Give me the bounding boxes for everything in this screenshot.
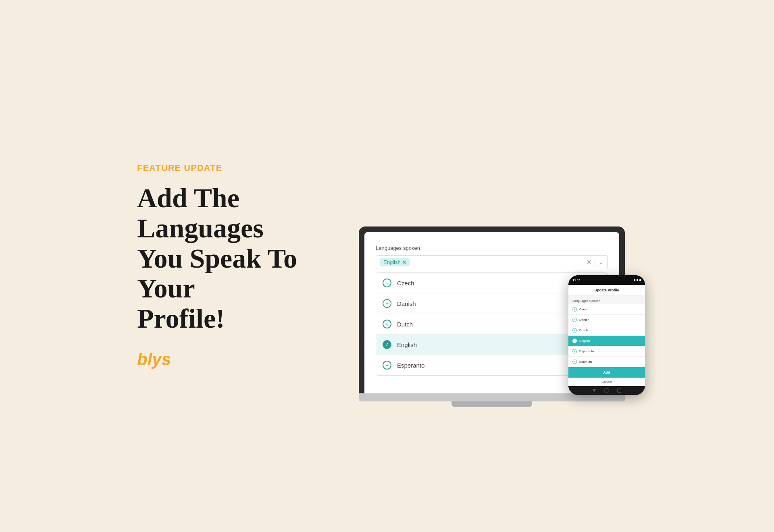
phone-english-label: English — [579, 339, 590, 343]
add-czech-icon: + — [383, 278, 391, 287]
clear-icon[interactable]: ✕ — [586, 258, 591, 266]
phone-section-title: Languages Spoken — [568, 296, 645, 304]
phone-dutch-label: Dutch — [579, 328, 588, 332]
phone-time: 11:11 — [572, 278, 580, 282]
phone-add-button[interactable]: Add — [568, 367, 645, 378]
search-bar-controls: ✕ ⌄ — [586, 258, 603, 266]
headline-line3: Profile! — [137, 303, 225, 334]
phone-mockup: 11:11 Update Profile Languages Spoken — [568, 275, 645, 395]
battery-icon — [639, 279, 641, 281]
headline: Add The Languages You Speak To Your Prof… — [137, 183, 306, 334]
phone-add-czech-icon: + — [572, 307, 577, 312]
phone-estonian-label: Estonian — [579, 360, 592, 364]
phone-status-icons — [634, 279, 641, 281]
feature-update-label: FEATURE UPDATE — [137, 163, 306, 173]
add-dutch-icon: + — [383, 320, 391, 328]
home-nav-icon[interactable] — [604, 388, 609, 393]
recents-nav-icon[interactable] — [617, 389, 621, 393]
phone-item-czech[interactable]: + Czech — [568, 304, 645, 315]
phone-check-english-icon: ✓ — [572, 339, 577, 343]
dutch-label: Dutch — [397, 321, 413, 328]
phone-header: Update Profile — [568, 285, 645, 296]
right-panel: Languages spoken English ✕ ✕ — [347, 125, 637, 407]
phone-status-bar: 11:11 — [568, 275, 645, 285]
phone-esperanto-label: Esperanto — [579, 349, 594, 353]
english-tag-text: English — [383, 259, 401, 265]
headline-line2: You Speak To Your — [137, 243, 297, 304]
wifi-icon — [637, 279, 638, 281]
phone-czech-label: Czech — [579, 308, 589, 311]
signal-icon — [634, 279, 635, 281]
left-panel: FEATURE UPDATE Add The Languages You Spe… — [137, 163, 306, 369]
phone-danish-label: Danish — [579, 318, 589, 322]
phone-item-estonian[interactable]: + Estonian — [568, 357, 645, 367]
phone-item-english[interactable]: ✓ English — [568, 336, 645, 346]
english-tag-close[interactable]: ✕ — [402, 260, 406, 265]
add-esperanto-icon: + — [383, 361, 391, 370]
check-english-icon: ✓ — [383, 340, 391, 349]
phone-add-esperanto-icon: + — [572, 349, 577, 353]
english-tag[interactable]: English ✕ — [380, 258, 410, 266]
english-label: English — [397, 341, 417, 348]
chevron-down-icon[interactable]: ⌄ — [598, 258, 603, 266]
phone-cancel-button[interactable]: Cancel — [568, 378, 645, 386]
phone-item-dutch[interactable]: + Dutch — [568, 325, 645, 336]
czech-label: Czech — [397, 280, 414, 287]
back-nav-icon[interactable] — [592, 389, 596, 392]
language-search-bar[interactable]: English ✕ ✕ ⌄ — [376, 255, 608, 269]
phone-screen: Update Profile Languages Spoken + Czech … — [568, 285, 645, 386]
phone-item-danish[interactable]: + Danish — [568, 315, 645, 325]
brand-logo: blys — [137, 350, 306, 369]
esperanto-label: Esperanto — [397, 362, 424, 369]
phone-body: 11:11 Update Profile Languages Spoken — [568, 275, 645, 395]
phone-language-list: + Czech + Danish + Dutch — [568, 304, 645, 367]
languages-section-label: Languages spoken — [376, 245, 608, 251]
danish-label: Danish — [397, 300, 416, 307]
phone-screen-title: Update Profile — [572, 288, 641, 292]
content-wrapper: FEATURE UPDATE Add The Languages You Spe… — [105, 125, 669, 407]
phone-add-dutch-icon: + — [572, 328, 577, 332]
headline-line1: Add The Languages — [137, 183, 264, 243]
divider — [595, 258, 595, 266]
phone-item-esperanto[interactable]: + Esperanto — [568, 346, 645, 357]
phone-add-danish-icon: + — [572, 318, 577, 322]
page-container: FEATURE UPDATE Add The Languages You Spe… — [0, 0, 774, 532]
phone-nav-bar — [568, 386, 645, 395]
laptop-stand — [452, 401, 532, 407]
phone-add-estonian-icon: + — [572, 360, 577, 364]
add-danish-icon: + — [383, 299, 391, 308]
